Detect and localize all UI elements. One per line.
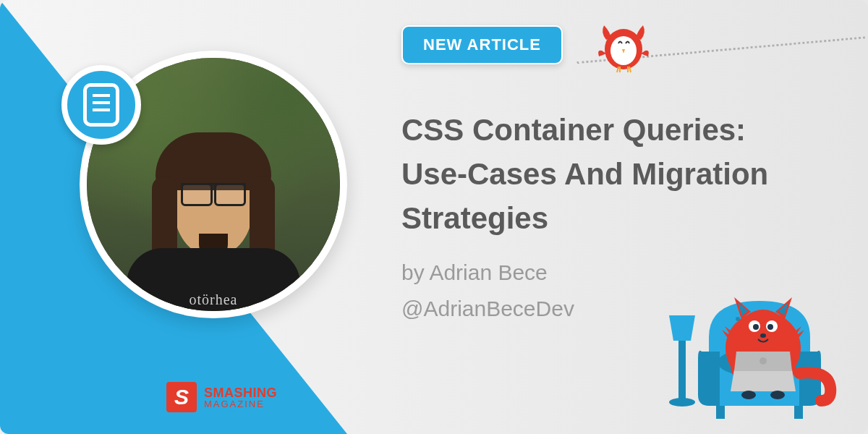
svg-point-19 <box>740 310 786 350</box>
new-article-badge: NEW ARTICLE <box>401 25 563 64</box>
svg-point-25 <box>760 357 767 365</box>
svg-point-5 <box>669 398 695 407</box>
byline-prefix: by <box>401 260 429 284</box>
svg-point-26 <box>741 391 756 399</box>
bird-mascot-icon <box>593 14 655 79</box>
document-icon <box>83 83 119 127</box>
avatar-shirt-text: otörhea <box>127 248 300 308</box>
document-badge <box>61 65 141 145</box>
author-name: Adrian Bece <box>429 260 547 284</box>
brand-name: SMASHING <box>204 386 277 399</box>
svg-point-23 <box>767 324 773 330</box>
svg-rect-3 <box>678 337 686 402</box>
article-card: otörhea NEW ARTICLE CSS Container Querie… <box>0 0 868 434</box>
brand-mark: S <box>166 382 197 412</box>
brand-tagline: MAGAZINE <box>204 399 277 409</box>
svg-rect-13 <box>794 406 803 419</box>
svg-point-24 <box>760 333 766 338</box>
author-byline: by Adrian Bece <box>401 260 548 285</box>
article-title: CSS Container Queries: Use-Cases And Mig… <box>401 109 810 241</box>
svg-marker-4 <box>669 315 695 341</box>
author-handle: @AdrianBeceDev <box>401 297 574 321</box>
cat-mascot-icon <box>665 243 854 434</box>
svg-rect-12 <box>716 406 725 419</box>
svg-point-22 <box>753 324 759 330</box>
svg-point-27 <box>770 391 785 399</box>
brand-logo: S SMASHING MAGAZINE <box>166 382 277 412</box>
